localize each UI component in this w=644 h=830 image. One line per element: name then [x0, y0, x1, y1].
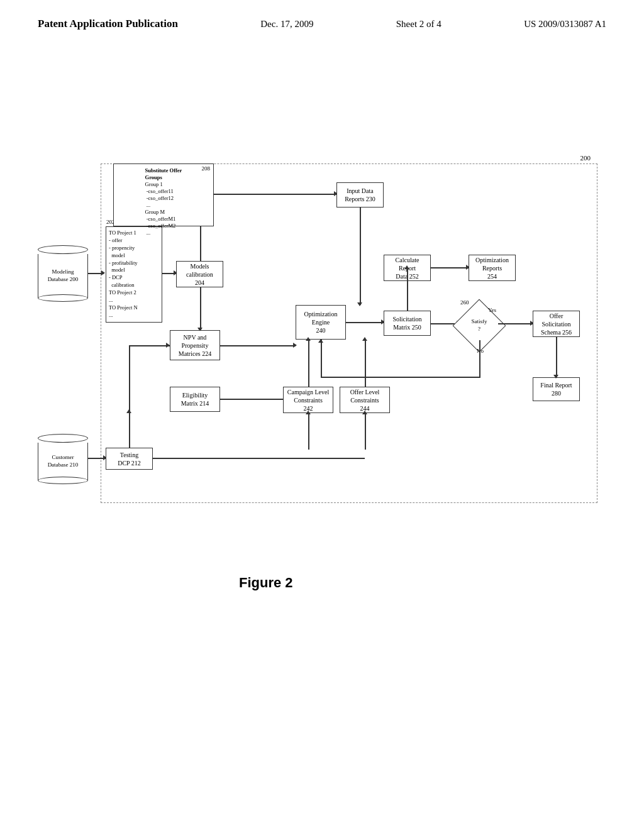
cylinder-top — [38, 245, 88, 254]
optimization-reports-label: OptimizationReports254 — [475, 256, 509, 280]
box208-label: 208 — [202, 165, 211, 173]
cylinder-body: ModelingDatabase 200 — [38, 254, 88, 298]
cust-cylinder-top — [38, 434, 88, 443]
arrow-npv-opt — [220, 345, 296, 346]
models-box: Modelscalibration204 — [176, 261, 223, 287]
arrow-h-dcp-npv — [129, 345, 170, 346]
eligibility-matrix-label: EligibilityMatrix 214 — [181, 391, 209, 407]
offer-solicitation-box: OfferSolicitationSchema 256 — [533, 311, 580, 337]
arrow-offer-final — [556, 337, 557, 377]
arrow-no-left — [321, 377, 479, 378]
satisfy-label: Satisfy? — [457, 309, 501, 342]
arrowhead-offer-final — [553, 375, 558, 379]
arrow-v-dcp-camp — [308, 413, 309, 450]
cust-cylinder-body: CustomerDatabase 210 — [38, 443, 88, 480]
substitute-offer-box: Substitute OfferGroups Group 1 -cso_offe… — [113, 163, 214, 226]
npv-propensity-box: NPV andPropensityMatrices 224 — [170, 330, 220, 360]
campaign-constraints-box: Campaign LevelConstraints242 — [283, 387, 333, 413]
publication-title: Patent Application Publication — [38, 18, 178, 30]
arrow-input-opt — [360, 208, 361, 305]
substitute-offer-label: Substitute OfferGroups Group 1 -cso_offe… — [145, 167, 182, 236]
sheet-info: Sheet 2 of 4 — [396, 19, 441, 30]
npv-propensity-label: NPV andPropensityMatrices 224 — [179, 333, 212, 358]
arrow-calc-opt-rep — [431, 267, 469, 268]
arrowhead-sol-calc — [404, 265, 409, 269]
offer-solicitation-label: OfferSolicitationSchema 256 — [541, 312, 572, 336]
arrow-opt-sol — [346, 322, 384, 323]
offer-constraints-label: Offer LevelConstraints244 — [350, 388, 380, 412]
cylinder-bottom — [38, 294, 88, 302]
input-data-reports-box: Input DataReports 230 — [336, 182, 384, 208]
publication-date: Dec. 17, 2009 — [260, 19, 313, 30]
customer-database: CustomerDatabase 210 — [38, 434, 88, 484]
modeling-db-label: ModelingDatabase 200 — [48, 268, 79, 283]
arrow-sub-input — [214, 194, 336, 195]
arrow-dcp-elig — [129, 412, 130, 448]
figure-label: Figure 2 — [239, 575, 293, 591]
arrowhead-offer-opt — [362, 337, 367, 341]
arrowhead-input-opt — [357, 302, 362, 306]
final-report-label: Final Report280 — [540, 381, 572, 397]
arrow-dcp-npv — [129, 345, 130, 412]
offer-constraints-box: Offer LevelConstraints244 — [340, 387, 390, 413]
to-projects-label: TO Project 1- offer- propencity model- p… — [109, 230, 138, 318]
box260-label: 260 — [460, 299, 469, 306]
solicitation-matrix-box: SolicitationMatrix 250 — [384, 311, 431, 336]
optimization-reports-box: OptimizationReports254 — [469, 255, 516, 281]
diagram-area: 200 ModelingDatabase 200 TO Project 1- o… — [38, 163, 604, 553]
input-data-reports-label: Input DataReports 230 — [345, 187, 375, 203]
optimization-engine-label: OptimizationEngine240 — [304, 310, 338, 335]
arrow-h2-dcp-offer — [153, 458, 365, 459]
arrow-yes-offer — [498, 323, 533, 324]
arrow-v-dcp-offer — [365, 413, 366, 450]
patent-number: US 2009/0313087 A1 — [524, 19, 606, 30]
arrow-sol-calc — [407, 268, 408, 311]
yes-label: Yes — [488, 307, 496, 313]
final-report-box: Final Report280 — [533, 377, 580, 401]
arrowhead-camp-opt — [306, 337, 311, 341]
testing-dcp-label: TestingDCP 212 — [118, 451, 141, 467]
solicitation-matrix-label: SolicitationMatrix 250 — [392, 315, 421, 331]
arrow-models-npv — [200, 287, 201, 330]
models-label: Modelscalibration204 — [186, 262, 213, 287]
arrow-no-up — [321, 340, 322, 377]
arrow-offer-opt — [365, 340, 366, 387]
to-projects-box: TO Project 1- offer- propencity model- p… — [106, 226, 162, 323]
campaign-constraints-label: Campaign LevelConstraints242 — [287, 388, 329, 412]
arrow-no-down — [479, 340, 480, 378]
no-label: No — [477, 348, 484, 354]
cust-cylinder-bottom — [38, 477, 88, 484]
eligibility-matrix-box: EligibilityMatrix 214 — [170, 387, 220, 412]
customer-db-label: CustomerDatabase 210 — [48, 454, 79, 468]
arrow-camp-opt — [308, 340, 309, 387]
testing-dcp-box: TestingDCP 212 — [106, 448, 153, 470]
arrowhead-npv-opt — [293, 343, 297, 348]
optimization-engine-box: OptimizationEngine240 — [296, 305, 346, 340]
box200-label: 200 — [580, 154, 591, 162]
modeling-database: ModelingDatabase 200 — [38, 245, 88, 302]
arrowhead-db-projects — [101, 270, 105, 275]
page-header: Patent Application Publication Dec. 17, … — [0, 0, 644, 30]
